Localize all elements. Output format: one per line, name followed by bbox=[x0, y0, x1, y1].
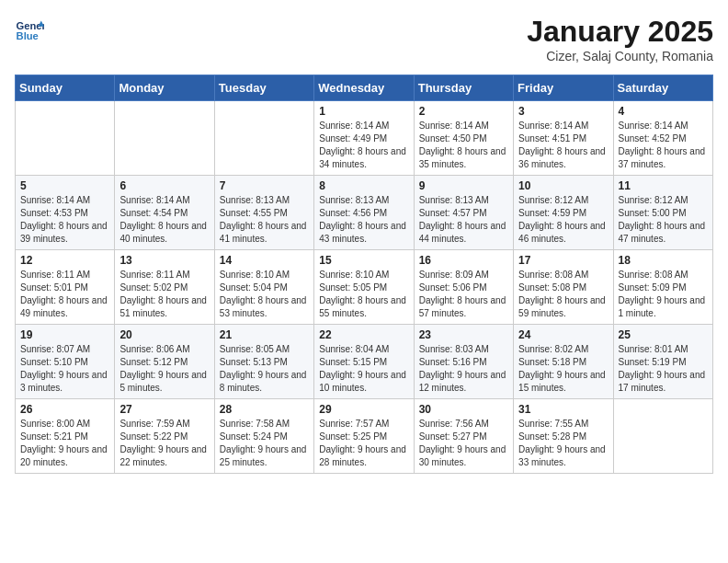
day-number: 24 bbox=[518, 328, 608, 341]
day-number: 21 bbox=[220, 328, 309, 341]
day-number: 9 bbox=[419, 179, 508, 192]
day-info: Sunrise: 7:58 AMSunset: 5:24 PMDaylight:… bbox=[220, 418, 309, 469]
day-number: 25 bbox=[619, 328, 708, 341]
month-title: January 2025 bbox=[527, 15, 713, 49]
title-block: January 2025 Cizer, Salaj County, Romani… bbox=[527, 15, 713, 63]
day-info: Sunrise: 8:14 AMSunset: 4:53 PMDaylight:… bbox=[20, 194, 109, 246]
calendar-week-row: 1Sunrise: 8:14 AMSunset: 4:49 PMDaylight… bbox=[16, 101, 713, 176]
calendar-week-row: 12Sunrise: 8:11 AMSunset: 5:01 PMDayligh… bbox=[16, 250, 713, 325]
day-info: Sunrise: 8:14 AMSunset: 4:54 PMDaylight:… bbox=[119, 194, 209, 246]
day-info: Sunrise: 7:57 AMSunset: 5:25 PMDaylight:… bbox=[319, 418, 408, 469]
weekday-header: Friday bbox=[514, 75, 613, 101]
day-number: 4 bbox=[619, 105, 708, 118]
page-header: General Blue January 2025 Cizer, Salaj C… bbox=[15, 15, 713, 63]
calendar-week-row: 19Sunrise: 8:07 AMSunset: 5:10 PMDayligh… bbox=[16, 325, 713, 399]
day-number: 15 bbox=[319, 254, 408, 267]
calendar-cell bbox=[214, 101, 313, 176]
calendar-cell: 14Sunrise: 8:10 AMSunset: 5:04 PMDayligh… bbox=[214, 250, 313, 325]
day-info: Sunrise: 8:12 AMSunset: 4:59 PMDaylight:… bbox=[518, 194, 608, 246]
day-number: 16 bbox=[419, 254, 508, 267]
day-number: 23 bbox=[419, 328, 508, 341]
calendar-cell: 15Sunrise: 8:10 AMSunset: 5:05 PMDayligh… bbox=[314, 250, 414, 325]
calendar-cell bbox=[16, 101, 115, 176]
day-info: Sunrise: 8:09 AMSunset: 5:06 PMDaylight:… bbox=[419, 269, 508, 320]
logo: General Blue bbox=[15, 15, 44, 44]
day-number: 8 bbox=[319, 179, 408, 192]
day-info: Sunrise: 8:11 AMSunset: 5:02 PMDaylight:… bbox=[119, 269, 209, 320]
day-number: 20 bbox=[119, 328, 209, 341]
day-info: Sunrise: 8:13 AMSunset: 4:56 PMDaylight:… bbox=[319, 194, 408, 246]
calendar-cell: 4Sunrise: 8:14 AMSunset: 4:52 PMDaylight… bbox=[613, 101, 712, 176]
calendar-cell: 22Sunrise: 8:04 AMSunset: 5:15 PMDayligh… bbox=[314, 325, 414, 399]
calendar-cell: 26Sunrise: 8:00 AMSunset: 5:21 PMDayligh… bbox=[16, 399, 115, 474]
day-info: Sunrise: 7:59 AMSunset: 5:22 PMDaylight:… bbox=[119, 418, 209, 469]
calendar-header-row: SundayMondayTuesdayWednesdayThursdayFrid… bbox=[16, 75, 713, 101]
day-info: Sunrise: 8:13 AMSunset: 4:57 PMDaylight:… bbox=[419, 194, 508, 246]
calendar-cell bbox=[613, 399, 712, 474]
weekday-header: Tuesday bbox=[214, 75, 313, 101]
day-info: Sunrise: 7:55 AMSunset: 5:28 PMDaylight:… bbox=[518, 418, 608, 469]
day-info: Sunrise: 7:56 AMSunset: 5:27 PMDaylight:… bbox=[419, 418, 508, 469]
day-number: 14 bbox=[220, 254, 309, 267]
day-number: 22 bbox=[319, 328, 408, 341]
calendar-cell: 30Sunrise: 7:56 AMSunset: 5:27 PMDayligh… bbox=[414, 399, 513, 474]
calendar-week-row: 5Sunrise: 8:14 AMSunset: 4:53 PMDaylight… bbox=[16, 176, 713, 250]
day-info: Sunrise: 8:04 AMSunset: 5:15 PMDaylight:… bbox=[319, 343, 408, 395]
day-number: 1 bbox=[319, 105, 408, 118]
calendar-body: 1Sunrise: 8:14 AMSunset: 4:49 PMDaylight… bbox=[16, 101, 713, 474]
calendar-cell: 24Sunrise: 8:02 AMSunset: 5:18 PMDayligh… bbox=[514, 325, 613, 399]
calendar-cell: 16Sunrise: 8:09 AMSunset: 5:06 PMDayligh… bbox=[414, 250, 513, 325]
calendar-cell bbox=[115, 101, 214, 176]
day-number: 27 bbox=[119, 403, 209, 416]
day-info: Sunrise: 8:11 AMSunset: 5:01 PMDaylight:… bbox=[20, 269, 109, 320]
day-info: Sunrise: 8:13 AMSunset: 4:55 PMDaylight:… bbox=[220, 194, 309, 246]
day-info: Sunrise: 8:12 AMSunset: 5:00 PMDaylight:… bbox=[619, 194, 708, 246]
logo-icon: General Blue bbox=[15, 15, 44, 44]
day-info: Sunrise: 8:14 AMSunset: 4:49 PMDaylight:… bbox=[319, 120, 408, 171]
calendar-cell: 28Sunrise: 7:58 AMSunset: 5:24 PMDayligh… bbox=[214, 399, 313, 474]
calendar-cell: 27Sunrise: 7:59 AMSunset: 5:22 PMDayligh… bbox=[115, 399, 214, 474]
day-info: Sunrise: 8:05 AMSunset: 5:13 PMDaylight:… bbox=[220, 343, 309, 395]
day-info: Sunrise: 8:02 AMSunset: 5:18 PMDaylight:… bbox=[518, 343, 608, 395]
day-info: Sunrise: 8:03 AMSunset: 5:16 PMDaylight:… bbox=[419, 343, 508, 395]
calendar-cell: 6Sunrise: 8:14 AMSunset: 4:54 PMDaylight… bbox=[115, 176, 214, 250]
calendar-cell: 1Sunrise: 8:14 AMSunset: 4:49 PMDaylight… bbox=[314, 101, 414, 176]
day-number: 6 bbox=[119, 179, 209, 192]
weekday-header: Wednesday bbox=[314, 75, 414, 101]
calendar-cell: 31Sunrise: 7:55 AMSunset: 5:28 PMDayligh… bbox=[514, 399, 613, 474]
weekday-header: Sunday bbox=[16, 75, 115, 101]
calendar-cell: 21Sunrise: 8:05 AMSunset: 5:13 PMDayligh… bbox=[214, 325, 313, 399]
calendar-cell: 18Sunrise: 8:08 AMSunset: 5:09 PMDayligh… bbox=[613, 250, 712, 325]
location: Cizer, Salaj County, Romania bbox=[527, 49, 713, 63]
day-number: 7 bbox=[220, 179, 309, 192]
calendar-cell: 9Sunrise: 8:13 AMSunset: 4:57 PMDaylight… bbox=[414, 176, 513, 250]
day-number: 3 bbox=[518, 105, 608, 118]
day-number: 13 bbox=[119, 254, 209, 267]
day-number: 26 bbox=[20, 403, 109, 416]
calendar-cell: 12Sunrise: 8:11 AMSunset: 5:01 PMDayligh… bbox=[16, 250, 115, 325]
day-info: Sunrise: 8:07 AMSunset: 5:10 PMDaylight:… bbox=[20, 343, 109, 395]
weekday-header: Monday bbox=[115, 75, 214, 101]
day-info: Sunrise: 8:14 AMSunset: 4:51 PMDaylight:… bbox=[518, 120, 608, 171]
day-number: 11 bbox=[619, 179, 708, 192]
day-number: 29 bbox=[319, 403, 408, 416]
day-info: Sunrise: 8:08 AMSunset: 5:08 PMDaylight:… bbox=[518, 269, 608, 320]
day-number: 12 bbox=[20, 254, 109, 267]
day-info: Sunrise: 8:14 AMSunset: 4:50 PMDaylight:… bbox=[419, 120, 508, 171]
calendar-cell: 5Sunrise: 8:14 AMSunset: 4:53 PMDaylight… bbox=[16, 176, 115, 250]
day-info: Sunrise: 8:10 AMSunset: 5:05 PMDaylight:… bbox=[319, 269, 408, 320]
calendar-cell: 25Sunrise: 8:01 AMSunset: 5:19 PMDayligh… bbox=[613, 325, 712, 399]
day-info: Sunrise: 8:00 AMSunset: 5:21 PMDaylight:… bbox=[20, 418, 109, 469]
day-info: Sunrise: 8:01 AMSunset: 5:19 PMDaylight:… bbox=[619, 343, 708, 395]
calendar-cell: 19Sunrise: 8:07 AMSunset: 5:10 PMDayligh… bbox=[16, 325, 115, 399]
day-number: 5 bbox=[20, 179, 109, 192]
calendar-cell: 7Sunrise: 8:13 AMSunset: 4:55 PMDaylight… bbox=[214, 176, 313, 250]
weekday-header: Thursday bbox=[414, 75, 513, 101]
day-number: 28 bbox=[220, 403, 309, 416]
calendar-cell: 29Sunrise: 7:57 AMSunset: 5:25 PMDayligh… bbox=[314, 399, 414, 474]
calendar-week-row: 26Sunrise: 8:00 AMSunset: 5:21 PMDayligh… bbox=[16, 399, 713, 474]
day-info: Sunrise: 8:06 AMSunset: 5:12 PMDaylight:… bbox=[119, 343, 209, 395]
calendar-cell: 23Sunrise: 8:03 AMSunset: 5:16 PMDayligh… bbox=[414, 325, 513, 399]
day-info: Sunrise: 8:08 AMSunset: 5:09 PMDaylight:… bbox=[619, 269, 708, 320]
day-number: 2 bbox=[419, 105, 508, 118]
